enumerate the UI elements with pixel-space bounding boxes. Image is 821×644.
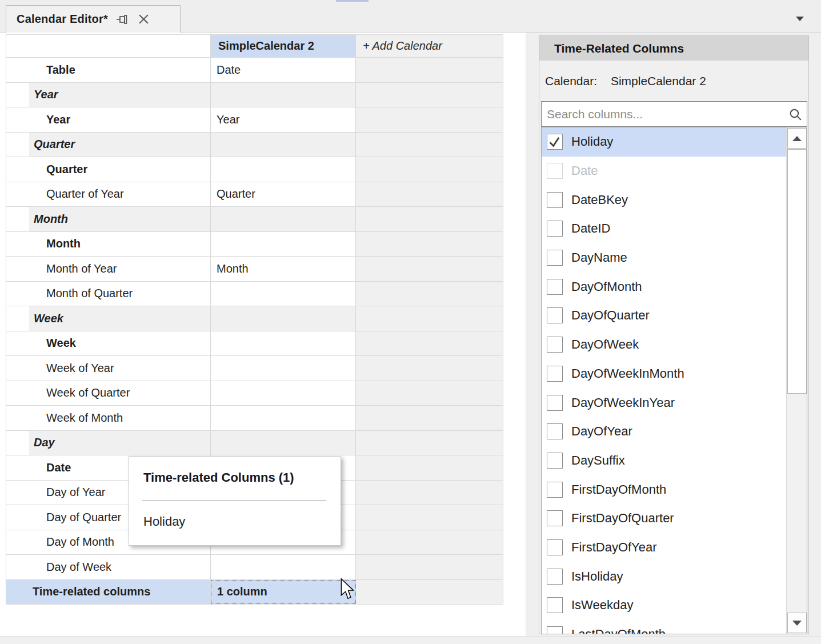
group-label: Quarter	[6, 133, 211, 157]
list-item-date[interactable]: Date	[542, 157, 787, 186]
checkbox[interactable]	[547, 510, 563, 526]
list-item-isholiday[interactable]: IsHoliday	[542, 562, 787, 591]
list-item-dateid[interactable]: DateID	[542, 214, 787, 243]
checkbox[interactable]	[547, 307, 563, 323]
row-add-cell[interactable]	[356, 530, 503, 555]
row-add-cell[interactable]	[356, 157, 503, 182]
checkbox[interactable]	[547, 250, 563, 266]
checkbox[interactable]	[547, 192, 563, 208]
search-input[interactable]	[542, 102, 807, 126]
row-add-cell[interactable]	[356, 331, 503, 356]
checkbox[interactable]	[547, 539, 563, 555]
checkbox[interactable]	[547, 279, 563, 295]
list-item-isweekday[interactable]: IsWeekday	[542, 591, 787, 620]
checkbox[interactable]	[547, 597, 563, 613]
row-add-cell[interactable]	[356, 182, 503, 207]
selected-cell-time-related-columns[interactable]: 1 column	[211, 580, 356, 605]
row-value[interactable]	[211, 381, 356, 406]
row-value[interactable]	[211, 331, 356, 356]
row-add-cell[interactable]	[356, 481, 503, 505]
table-row-year: Year Year	[6, 107, 503, 133]
checkbox[interactable]	[547, 453, 563, 469]
group-row-week: Week	[6, 306, 503, 331]
row-value[interactable]	[211, 282, 356, 306]
checkbox[interactable]	[547, 395, 563, 411]
table-row-month-of-year: Month of Year Month	[6, 257, 503, 282]
calendar-value: SimpleCalendar 2	[611, 74, 706, 87]
list-item-dayofweek[interactable]: DayOfWeek	[542, 330, 787, 359]
scrollbar-down-arrow[interactable]	[787, 613, 807, 633]
list-item-daysuffix[interactable]: DaySuffix	[542, 446, 787, 475]
list-item-dayofweekinmonth[interactable]: DayOfWeekInMonth	[542, 359, 787, 389]
row-add-cell[interactable]	[356, 406, 503, 430]
list-item-firstdayofyear[interactable]: FirstDayOfYear	[542, 533, 787, 562]
pin-icon[interactable]	[116, 13, 130, 26]
table-row-week: Week	[6, 331, 503, 357]
row-add-cell[interactable]	[356, 257, 503, 281]
row-add-cell[interactable]	[356, 555, 503, 579]
row-value[interactable]	[211, 157, 356, 182]
tab-title: Calendar Editor*	[17, 13, 108, 26]
mouse-cursor	[341, 578, 355, 602]
table-row-quarter: Quarter	[6, 157, 503, 182]
group-label: Month	[6, 207, 211, 231]
row-add-cell[interactable]	[356, 107, 503, 132]
checkbox[interactable]	[547, 366, 563, 382]
checkbox[interactable]	[547, 423, 563, 439]
checkbox[interactable]	[547, 626, 563, 634]
row-value[interactable]	[211, 232, 356, 257]
list-item-lastdayofmonth[interactable]: LastDayOfMonth	[542, 620, 787, 634]
row-label: Time-related columns	[6, 580, 211, 605]
checkbox-checked[interactable]	[547, 134, 563, 150]
list-item-dayofquarter[interactable]: DayOfQuarter	[542, 301, 787, 330]
row-add-cell[interactable]	[356, 455, 503, 480]
row-value[interactable]	[211, 555, 356, 579]
window-dropdown-caret-icon[interactable]	[796, 17, 804, 21]
row-value[interactable]: Date	[211, 58, 356, 82]
tab-calendar-editor[interactable]: Calendar Editor*	[6, 5, 181, 33]
row-add-cell[interactable]	[356, 356, 503, 381]
list-item-datebkey[interactable]: DateBKey	[542, 185, 787, 214]
row-add-cell[interactable]	[356, 580, 503, 605]
checkbox[interactable]	[547, 569, 563, 585]
list-item-dayofmonth[interactable]: DayOfMonth	[542, 272, 787, 301]
row-value[interactable]	[211, 406, 356, 430]
list-item-dayname[interactable]: DayName	[542, 243, 787, 273]
table-row-day-of-week: Day of Week	[6, 555, 503, 580]
row-label: Quarter	[6, 157, 211, 182]
row-value[interactable]	[211, 356, 356, 381]
grid-header-calendar-column[interactable]: SimpleCalendar 2	[211, 35, 356, 57]
row-value[interactable]: Year	[211, 107, 356, 132]
checkbox[interactable]	[547, 221, 563, 237]
group-label: Year	[6, 83, 211, 107]
close-icon[interactable]	[138, 13, 150, 25]
top-accent-bar	[336, 0, 369, 2]
row-add-cell[interactable]	[356, 232, 503, 257]
checkbox[interactable]	[547, 337, 563, 353]
scrollbar-thumb[interactable]	[787, 149, 807, 394]
row-add-cell[interactable]	[356, 58, 503, 82]
row-value[interactable]: Quarter	[211, 182, 356, 207]
calendar-label: Calendar:	[545, 74, 597, 87]
list-item-holiday[interactable]: Holiday	[542, 127, 787, 157]
add-calendar-button[interactable]: + Add Calendar	[356, 35, 503, 57]
table-row-week-of-year: Week of Year	[6, 356, 503, 381]
row-add-cell[interactable]	[356, 282, 503, 306]
list-scrollbar[interactable]	[786, 127, 807, 634]
list-item-firstdayofmonth[interactable]: FirstDayOfMonth	[542, 475, 787, 504]
row-value	[211, 431, 356, 455]
scrollbar-up-arrow[interactable]	[787, 128, 807, 149]
list-item-firstdayofquarter[interactable]: FirstDayOfQuarter	[542, 504, 787, 533]
search-icon[interactable]	[788, 107, 803, 125]
row-add-cell[interactable]	[356, 505, 503, 530]
row-add-cell[interactable]	[356, 381, 503, 406]
checkbox[interactable]	[547, 482, 563, 498]
table-row-week-of-month: Week of Month	[6, 406, 503, 431]
row-value[interactable]: Month	[211, 257, 356, 281]
table-row-table: Table Date	[6, 58, 503, 83]
list-item-dayofyear[interactable]: DayOfYear	[542, 417, 787, 446]
row-label: Day of Week	[6, 555, 211, 579]
list-item-dayofweekinyear[interactable]: DayOfWeekInYear	[542, 388, 787, 417]
row-add-cell	[356, 207, 503, 231]
group-row-quarter: Quarter	[6, 133, 503, 158]
